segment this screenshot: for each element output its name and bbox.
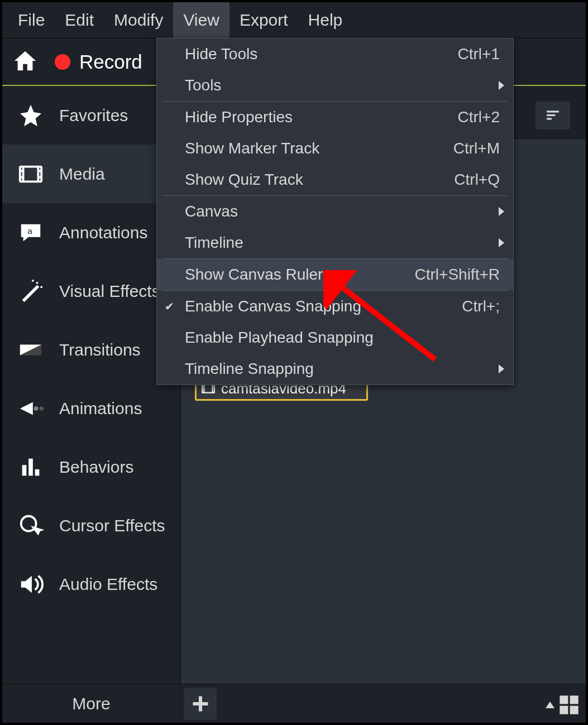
check-icon: ✔ xyxy=(165,300,174,313)
menu-item-label: Enable Canvas Snapping xyxy=(185,297,361,315)
svg-rect-23 xyxy=(570,706,579,714)
svg-point-4 xyxy=(32,279,34,281)
expand-up-icon[interactable] xyxy=(546,702,554,708)
view-menu-item[interactable]: Show Marker TrackCtrl+M xyxy=(157,133,513,164)
home-icon[interactable] xyxy=(12,48,38,76)
audio-icon xyxy=(17,570,45,598)
sidebar-item-transitions[interactable]: Transitions xyxy=(2,320,180,379)
sidebar: Favorites Media a Annotations Visual Eff… xyxy=(2,86,181,723)
menu-file[interactable]: File xyxy=(8,2,55,38)
sidebar-item-label: Visual Effects xyxy=(59,282,160,301)
record-label: Record xyxy=(79,51,142,73)
view-menu-item[interactable]: Show Quiz TrackCtrl+Q xyxy=(157,164,513,195)
menu-modify[interactable]: Modify xyxy=(104,2,173,38)
svg-text:a: a xyxy=(27,225,32,235)
svg-rect-14 xyxy=(547,111,559,112)
media-icon xyxy=(17,160,45,188)
svg-point-2 xyxy=(36,281,39,284)
sidebar-item-visual-effects[interactable]: Visual Effects xyxy=(2,262,180,320)
svg-marker-7 xyxy=(20,402,33,415)
sidebar-item-media[interactable]: Media xyxy=(2,145,180,203)
view-menu-item[interactable]: Hide ToolsCtrl+1 xyxy=(157,39,513,70)
svg-rect-16 xyxy=(547,118,552,119)
sort-button[interactable] xyxy=(536,102,570,129)
sidebar-item-animations[interactable]: Animations xyxy=(2,379,180,438)
menu-item-label: Hide Tools xyxy=(185,45,257,63)
menu-item-label: Show Marker Track xyxy=(185,140,319,157)
svg-rect-21 xyxy=(570,695,579,704)
menu-item-label: Timeline Snapping xyxy=(185,360,314,378)
behaviors-icon xyxy=(17,453,45,481)
view-menu-item[interactable]: Show Canvas RulerCtrl+Shift+R xyxy=(157,259,513,290)
svg-rect-22 xyxy=(560,706,568,714)
svg-rect-11 xyxy=(28,458,33,476)
menu-item-label: Timeline xyxy=(185,234,243,252)
menu-item-shortcut: Ctrl+; xyxy=(462,297,500,315)
svg-point-8 xyxy=(34,406,39,411)
wand-icon xyxy=(17,277,45,305)
menu-item-label: Show Canvas Ruler xyxy=(185,266,323,284)
sidebar-item-label: Audio Effects xyxy=(59,575,157,594)
view-menu-item[interactable]: Canvas xyxy=(157,196,513,227)
annotations-icon: a xyxy=(17,219,45,247)
transitions-icon xyxy=(17,336,45,364)
cursor-icon xyxy=(17,512,45,540)
view-dropdown: Hide ToolsCtrl+1ToolsHide PropertiesCtrl… xyxy=(156,38,514,385)
sidebar-more[interactable]: More xyxy=(2,684,180,723)
record-dot-icon xyxy=(55,54,70,70)
view-menu-item[interactable]: Enable Playhead Snapping xyxy=(157,322,513,353)
view-menu-item[interactable]: Tools xyxy=(157,70,513,101)
svg-rect-12 xyxy=(35,469,40,476)
sidebar-item-label: Behaviors xyxy=(59,458,133,477)
sidebar-item-label: Favorites xyxy=(59,106,128,125)
menu-export[interactable]: Export xyxy=(230,2,298,38)
menu-item-shortcut: Ctrl+2 xyxy=(458,108,500,126)
menu-item-label: Tools xyxy=(185,76,221,94)
star-icon xyxy=(17,102,45,129)
sidebar-item-label: Animations xyxy=(59,399,142,418)
sidebar-item-behaviors[interactable]: Behaviors xyxy=(2,438,180,496)
svg-point-9 xyxy=(39,406,44,411)
record-button[interactable]: Record xyxy=(47,45,159,79)
svg-rect-19 xyxy=(193,702,208,705)
submenu-arrow-icon xyxy=(499,364,504,373)
sidebar-item-annotations[interactable]: a Annotations xyxy=(2,203,180,262)
menu-item-label: Enable Playhead Snapping xyxy=(185,329,374,347)
sidebar-item-audio-effects[interactable]: Audio Effects xyxy=(2,555,180,613)
svg-point-3 xyxy=(40,286,42,288)
menu-item-label: Show Quiz Track xyxy=(185,171,303,189)
menu-item-shortcut: Ctrl+M xyxy=(453,140,500,157)
sidebar-item-favorites[interactable]: Favorites xyxy=(2,86,180,145)
menubar: File Edit Modify View Export Help xyxy=(2,2,586,39)
menu-item-label: Canvas xyxy=(185,203,238,220)
view-menu-item[interactable]: Timeline xyxy=(157,227,513,258)
animations-icon xyxy=(17,395,45,422)
add-button[interactable] xyxy=(184,688,217,720)
menu-view[interactable]: View xyxy=(173,2,229,38)
view-menu-item[interactable]: Timeline Snapping xyxy=(157,353,513,385)
menu-item-shortcut: Ctrl+1 xyxy=(458,45,500,63)
menu-item-shortcut: Ctrl+Q xyxy=(454,171,500,189)
view-menu-item[interactable]: Hide PropertiesCtrl+2 xyxy=(157,102,513,133)
svg-rect-10 xyxy=(22,465,27,476)
menu-help[interactable]: Help xyxy=(298,2,353,38)
menu-item-label: Hide Properties xyxy=(185,108,293,126)
svg-rect-20 xyxy=(560,695,568,704)
menu-edit[interactable]: Edit xyxy=(55,2,104,38)
bottom-toolbar xyxy=(181,684,586,723)
submenu-arrow-icon xyxy=(499,81,504,90)
sidebar-item-label: Media xyxy=(59,165,105,184)
grid-view-icon[interactable] xyxy=(558,694,580,716)
sidebar-item-cursor-effects[interactable]: Cursor Effects xyxy=(2,496,180,555)
submenu-arrow-icon xyxy=(499,238,504,247)
menu-item-shortcut: Ctrl+Shift+R xyxy=(415,266,500,284)
sidebar-item-label: Annotations xyxy=(59,223,147,242)
sidebar-item-label: Transitions xyxy=(59,340,141,359)
submenu-arrow-icon xyxy=(499,207,504,216)
sidebar-item-label: Cursor Effects xyxy=(59,516,165,535)
view-menu-item[interactable]: ✔Enable Canvas SnappingCtrl+; xyxy=(157,291,513,322)
svg-rect-15 xyxy=(547,114,555,116)
